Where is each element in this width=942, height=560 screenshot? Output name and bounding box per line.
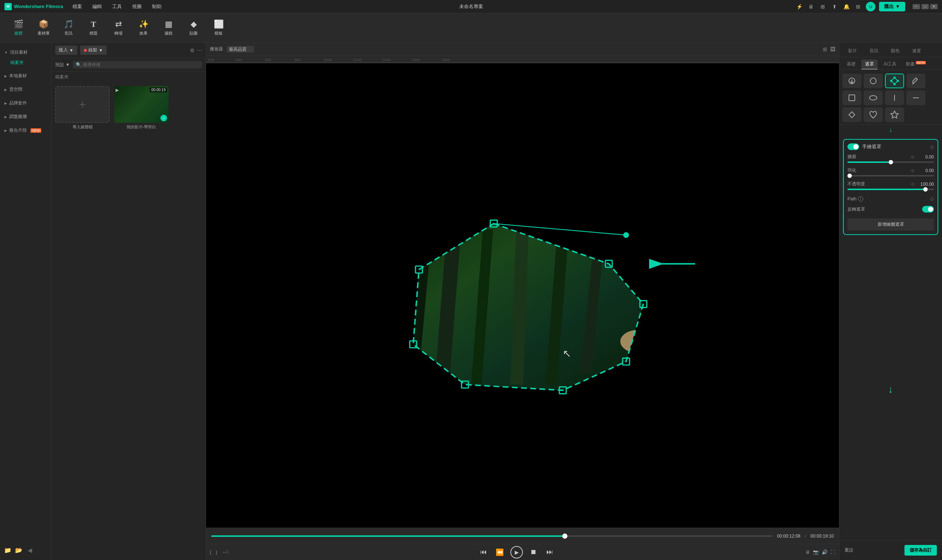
mask-btn-brush[interactable] (906, 74, 925, 88)
bracket-close-icon[interactable]: } (216, 549, 217, 555)
stop-button[interactable]: ⏹ (528, 547, 539, 558)
mask-icons-section (839, 70, 942, 125)
close-button[interactable]: ✕ (930, 4, 937, 9)
mask-btn-hline[interactable] (906, 91, 925, 105)
toolbar-filters[interactable]: ▦ 濾鏡 (157, 17, 180, 39)
video-thumbnail[interactable]: 00:00:19 ▶ ✓ (114, 86, 168, 123)
expand-thumb[interactable] (889, 160, 893, 165)
export-button[interactable]: 匯出 ▼ (879, 2, 905, 11)
skip-forward-button[interactable]: ⏭ (544, 547, 555, 558)
mask-btn-vline[interactable] (885, 91, 904, 105)
section-project-header[interactable]: ▼ 項目素材 (0, 47, 51, 58)
subtab-basic[interactable]: 基礎 (843, 60, 859, 69)
search-input[interactable] (83, 62, 199, 67)
filter-icon[interactable]: ⚙ (190, 48, 195, 53)
subtab-ai[interactable]: AI工具 (880, 60, 900, 69)
tab-audio[interactable]: 音訊 (864, 46, 883, 57)
devices-icon[interactable]: 🖥 (807, 3, 815, 11)
tab-color[interactable]: 顏色 (886, 46, 905, 57)
trim-icon[interactable]: ↔⃝ (222, 549, 228, 555)
import-button[interactable]: 匯入 ▼ (55, 46, 77, 55)
tab-speed[interactable]: 速度 (907, 46, 926, 57)
expand-icon[interactable]: ⛶ (831, 549, 835, 555)
feather-thumb[interactable] (848, 174, 852, 178)
play-button[interactable]: ▶ (510, 546, 523, 558)
toolbar-stickers[interactable]: ◆ 貼圖 (182, 17, 205, 39)
menu-help[interactable]: 制助 (150, 2, 164, 11)
speaker-icon[interactable]: 🔊 (822, 549, 828, 555)
preset-button[interactable]: 預設 ▼ (55, 62, 70, 68)
subtab-mask[interactable]: 遮罩 (862, 60, 877, 69)
mask-btn-diamond[interactable] (842, 108, 862, 122)
expand-diamond[interactable]: ◇ (911, 154, 914, 159)
import-media-button[interactable]: + (55, 86, 109, 123)
mask-btn-rect[interactable] (842, 91, 862, 105)
open-folder-icon[interactable]: 📂 (15, 546, 23, 554)
bracket-open-icon[interactable]: { (210, 549, 211, 555)
save-custom-button[interactable]: 儲存為自訂 (905, 545, 937, 555)
bell-icon[interactable]: 🔔 (842, 3, 850, 11)
opacity-fill (848, 189, 925, 190)
progress-thumb[interactable] (562, 534, 567, 538)
skip-back-button[interactable]: ⏮ (478, 547, 489, 558)
user-avatar[interactable]: U (866, 2, 876, 11)
notification-icon[interactable]: ⚡ (795, 3, 803, 11)
opacity-diamond[interactable]: ◇ (911, 182, 914, 186)
mask-btn-heart[interactable] (863, 108, 883, 122)
add-folder-icon[interactable]: 📁 (4, 546, 12, 554)
maximize-button[interactable]: □ (921, 4, 929, 9)
path-info-icon[interactable]: i (858, 196, 863, 202)
feather-value-input[interactable] (916, 168, 934, 173)
section-adjustment-header[interactable]: ▶ 調盤圖層 (0, 111, 51, 122)
upload-icon[interactable]: ⬆ (831, 3, 839, 11)
collapse-panel-icon[interactable]: ◀ (26, 546, 34, 554)
grid-icon[interactable]: ⊞ (854, 3, 862, 11)
hand-draw-mask-section: 手繪遮罩 ◇ 擴展 ◇ (843, 139, 938, 235)
tab-video[interactable]: 影片 (843, 46, 862, 57)
screen-icon[interactable]: 🖥 (805, 549, 810, 555)
subtab-animation[interactable]: 動畫 (902, 60, 929, 69)
toolbar-title[interactable]: T 標題 (82, 17, 105, 39)
toolbar-media[interactable]: 🎬 媒體 (7, 17, 29, 39)
menu-edit[interactable]: 編輯 (90, 2, 104, 11)
mask-diamond-icon[interactable]: ◇ (930, 144, 934, 150)
toolbar-audio[interactable]: 🎵 音訊 (57, 17, 80, 39)
menu-view[interactable]: 視圖 (130, 2, 144, 11)
record-button[interactable]: 錄製 ▼ (80, 46, 107, 55)
opacity-label-row: 不透明度 ◇ (848, 181, 934, 187)
expand-value-input[interactable] (916, 154, 934, 160)
subsection-folder[interactable]: 稿案夾 (0, 58, 51, 68)
reverse-toggle[interactable] (922, 206, 934, 212)
expand-label: 擴展 (848, 154, 856, 160)
mask-btn-star[interactable] (885, 108, 904, 122)
menu-tools[interactable]: 工具 (110, 2, 124, 11)
sync-icon[interactable]: ⊞ (819, 3, 827, 11)
opacity-value-input[interactable] (916, 182, 934, 187)
menu-file[interactable]: 檔案 (70, 2, 84, 11)
mask-btn-ellipse[interactable] (863, 91, 883, 105)
section-compound-header[interactable]: ▶ 複合片段 NEW (0, 125, 51, 136)
path-diamond[interactable]: ◇ (930, 196, 934, 202)
mask-btn-pen[interactable] (885, 74, 904, 88)
snapshot-preview-icon[interactable]: 🖼 (830, 46, 835, 52)
toolbar-stock[interactable]: 📦 素材庫 (32, 17, 54, 39)
more-icon[interactable]: ⋯ (197, 48, 202, 53)
section-cloud-header[interactable]: ▶ 雲空間 (0, 84, 51, 95)
camera-icon[interactable]: 📷 (813, 549, 819, 555)
mask-btn-download[interactable] (842, 74, 862, 88)
add-mask-button[interactable]: 新增繪圖遮罩 (848, 218, 934, 231)
section-brand-header[interactable]: ▶ 品牌套件 (0, 98, 51, 108)
toolbar-effects[interactable]: ✨ 效果 (133, 17, 154, 39)
feather-diamond[interactable]: ◇ (911, 168, 914, 173)
section-local-header[interactable]: ▶ 本地素材 (0, 71, 51, 81)
mask-toggle[interactable] (848, 143, 859, 150)
fullscreen-icon[interactable]: ⊞ (823, 46, 827, 52)
step-back-button[interactable]: ⏪ (494, 547, 505, 558)
opacity-thumb[interactable] (923, 187, 928, 192)
reset-button[interactable]: 重設 (845, 547, 853, 553)
toolbar-templates[interactable]: ⬜ 模板 (208, 17, 230, 39)
mask-btn-circle[interactable] (863, 74, 883, 88)
toolbar-transition[interactable]: ⇄ 轉場 (108, 17, 130, 39)
quality-select[interactable]: 最高品質 高品質 中品質 (227, 46, 254, 52)
minimize-button[interactable]: ─ (913, 4, 920, 9)
